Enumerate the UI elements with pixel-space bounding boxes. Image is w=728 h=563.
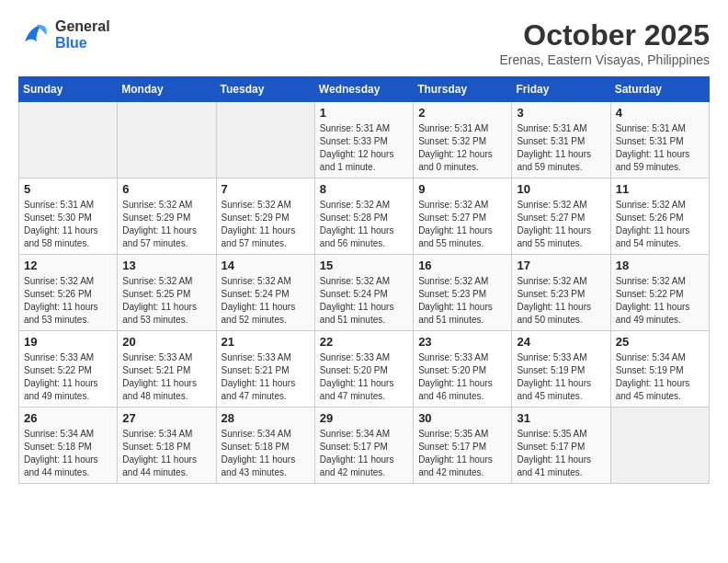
day-info: Sunrise: 5:32 AM Sunset: 5:22 PM Dayligh… (616, 275, 704, 327)
day-number: 23 (418, 335, 506, 349)
calendar-cell: 29Sunrise: 5:34 AM Sunset: 5:17 PM Dayli… (314, 408, 413, 484)
calendar-cell (19, 102, 118, 178)
calendar-cell: 26Sunrise: 5:34 AM Sunset: 5:18 PM Dayli… (19, 408, 118, 484)
weekday-header-friday: Friday (512, 77, 610, 102)
day-number: 28 (222, 411, 310, 425)
calendar-cell (216, 102, 314, 178)
day-info: Sunrise: 5:32 AM Sunset: 5:28 PM Dayligh… (320, 199, 408, 250)
day-number: 5 (24, 182, 112, 196)
day-info: Sunrise: 5:31 AM Sunset: 5:33 PM Dayligh… (320, 122, 408, 174)
day-info: Sunrise: 5:32 AM Sunset: 5:24 PM Dayligh… (222, 275, 310, 327)
day-info: Sunrise: 5:31 AM Sunset: 5:31 PM Dayligh… (616, 122, 704, 174)
calendar-cell: 18Sunrise: 5:32 AM Sunset: 5:22 PM Dayli… (610, 255, 709, 331)
day-number: 9 (418, 182, 506, 196)
calendar-cell: 10Sunrise: 5:32 AM Sunset: 5:27 PM Dayli… (512, 178, 610, 255)
calendar-cell: 1Sunrise: 5:31 AM Sunset: 5:33 PM Daylig… (314, 102, 413, 178)
day-info: Sunrise: 5:32 AM Sunset: 5:29 PM Dayligh… (222, 199, 310, 250)
calendar-cell: 20Sunrise: 5:33 AM Sunset: 5:21 PM Dayli… (118, 331, 216, 408)
day-number: 24 (517, 335, 605, 349)
day-number: 15 (320, 259, 408, 272)
calendar-cell: 2Sunrise: 5:31 AM Sunset: 5:32 PM Daylig… (414, 102, 512, 178)
weekday-header-sunday: Sunday (19, 77, 118, 102)
calendar-week-5: 26Sunrise: 5:34 AM Sunset: 5:18 PM Dayli… (19, 408, 710, 484)
day-number: 25 (616, 335, 704, 349)
calendar-cell (118, 102, 216, 178)
calendar-cell: 28Sunrise: 5:34 AM Sunset: 5:18 PM Dayli… (216, 408, 314, 484)
day-info: Sunrise: 5:34 AM Sunset: 5:18 PM Dayligh… (222, 428, 310, 479)
day-number: 2 (418, 106, 506, 120)
day-info: Sunrise: 5:33 AM Sunset: 5:22 PM Dayligh… (24, 351, 112, 403)
calendar-cell: 13Sunrise: 5:32 AM Sunset: 5:25 PM Dayli… (118, 255, 216, 331)
day-info: Sunrise: 5:34 AM Sunset: 5:18 PM Dayligh… (122, 428, 210, 479)
day-number: 12 (24, 259, 112, 272)
day-info: Sunrise: 5:33 AM Sunset: 5:20 PM Dayligh… (320, 351, 408, 403)
day-number: 19 (24, 335, 112, 349)
day-info: Sunrise: 5:32 AM Sunset: 5:26 PM Dayligh… (616, 199, 704, 250)
calendar-cell: 25Sunrise: 5:34 AM Sunset: 5:19 PM Dayli… (610, 331, 709, 408)
weekday-header-wednesday: Wednesday (314, 77, 413, 102)
day-info: Sunrise: 5:35 AM Sunset: 5:17 PM Dayligh… (517, 428, 605, 479)
day-info: Sunrise: 5:32 AM Sunset: 5:29 PM Dayligh… (122, 199, 210, 250)
day-number: 7 (222, 182, 310, 196)
calendar-cell: 17Sunrise: 5:32 AM Sunset: 5:23 PM Dayli… (512, 255, 610, 331)
calendar-week-3: 12Sunrise: 5:32 AM Sunset: 5:26 PM Dayli… (19, 255, 710, 331)
day-info: Sunrise: 5:33 AM Sunset: 5:20 PM Dayligh… (418, 351, 506, 403)
day-number: 13 (122, 259, 210, 272)
weekday-header-saturday: Saturday (610, 77, 709, 102)
day-number: 31 (517, 411, 605, 425)
weekday-header-thursday: Thursday (414, 77, 512, 102)
day-number: 29 (320, 411, 408, 425)
day-info: Sunrise: 5:34 AM Sunset: 5:19 PM Dayligh… (616, 351, 704, 403)
day-number: 22 (320, 335, 408, 349)
day-info: Sunrise: 5:31 AM Sunset: 5:32 PM Dayligh… (418, 122, 506, 174)
day-info: Sunrise: 5:31 AM Sunset: 5:30 PM Dayligh… (24, 199, 112, 250)
weekday-header-monday: Monday (118, 77, 216, 102)
calendar-cell: 14Sunrise: 5:32 AM Sunset: 5:24 PM Dayli… (216, 255, 314, 331)
day-number: 4 (616, 106, 704, 120)
day-number: 10 (517, 182, 605, 196)
calendar-table: SundayMondayTuesdayWednesdayThursdayFrid… (18, 76, 710, 484)
day-info: Sunrise: 5:33 AM Sunset: 5:19 PM Dayligh… (517, 351, 605, 403)
day-info: Sunrise: 5:32 AM Sunset: 5:27 PM Dayligh… (517, 199, 605, 250)
day-info: Sunrise: 5:31 AM Sunset: 5:31 PM Dayligh… (517, 122, 605, 174)
calendar-cell: 16Sunrise: 5:32 AM Sunset: 5:23 PM Dayli… (414, 255, 512, 331)
calendar-cell: 21Sunrise: 5:33 AM Sunset: 5:21 PM Dayli… (216, 331, 314, 408)
title-section: October 2025 Erenas, Eastern Visayas, Ph… (499, 18, 710, 67)
calendar-cell (610, 408, 709, 484)
calendar-cell: 12Sunrise: 5:32 AM Sunset: 5:26 PM Dayli… (19, 255, 118, 331)
logo: General Blue (18, 18, 110, 52)
day-info: Sunrise: 5:33 AM Sunset: 5:21 PM Dayligh… (222, 351, 310, 403)
day-number: 27 (122, 411, 210, 425)
calendar-cell: 9Sunrise: 5:32 AM Sunset: 5:27 PM Daylig… (414, 178, 512, 255)
calendar-cell: 23Sunrise: 5:33 AM Sunset: 5:20 PM Dayli… (414, 331, 512, 408)
day-info: Sunrise: 5:32 AM Sunset: 5:25 PM Dayligh… (122, 275, 210, 327)
day-number: 16 (418, 259, 506, 272)
day-info: Sunrise: 5:32 AM Sunset: 5:27 PM Dayligh… (418, 199, 506, 250)
weekday-header-tuesday: Tuesday (216, 77, 314, 102)
day-number: 11 (616, 182, 704, 196)
day-info: Sunrise: 5:33 AM Sunset: 5:21 PM Dayligh… (122, 351, 210, 403)
day-number: 8 (320, 182, 408, 196)
calendar-cell: 3Sunrise: 5:31 AM Sunset: 5:31 PM Daylig… (512, 102, 610, 178)
month-title: October 2025 (499, 18, 710, 52)
day-number: 26 (24, 411, 112, 425)
calendar-cell: 31Sunrise: 5:35 AM Sunset: 5:17 PM Dayli… (512, 408, 610, 484)
page-header: General Blue October 2025 Erenas, Easter… (18, 18, 710, 67)
day-number: 14 (222, 259, 310, 272)
day-number: 17 (517, 259, 605, 272)
calendar-cell: 7Sunrise: 5:32 AM Sunset: 5:29 PM Daylig… (216, 178, 314, 255)
logo-text: General Blue (55, 18, 110, 52)
calendar-cell: 11Sunrise: 5:32 AM Sunset: 5:26 PM Dayli… (610, 178, 709, 255)
calendar-cell: 30Sunrise: 5:35 AM Sunset: 5:17 PM Dayli… (414, 408, 512, 484)
calendar-cell: 4Sunrise: 5:31 AM Sunset: 5:31 PM Daylig… (610, 102, 709, 178)
day-info: Sunrise: 5:34 AM Sunset: 5:17 PM Dayligh… (320, 428, 408, 479)
weekday-header-row: SundayMondayTuesdayWednesdayThursdayFrid… (19, 77, 710, 102)
calendar-week-2: 5Sunrise: 5:31 AM Sunset: 5:30 PM Daylig… (19, 178, 710, 255)
calendar-cell: 19Sunrise: 5:33 AM Sunset: 5:22 PM Dayli… (19, 331, 118, 408)
day-number: 1 (320, 106, 408, 120)
location-title: Erenas, Eastern Visayas, Philippines (499, 52, 710, 67)
day-info: Sunrise: 5:32 AM Sunset: 5:24 PM Dayligh… (320, 275, 408, 327)
calendar-cell: 5Sunrise: 5:31 AM Sunset: 5:30 PM Daylig… (19, 178, 118, 255)
day-number: 21 (222, 335, 310, 349)
calendar-cell: 6Sunrise: 5:32 AM Sunset: 5:29 PM Daylig… (118, 178, 216, 255)
